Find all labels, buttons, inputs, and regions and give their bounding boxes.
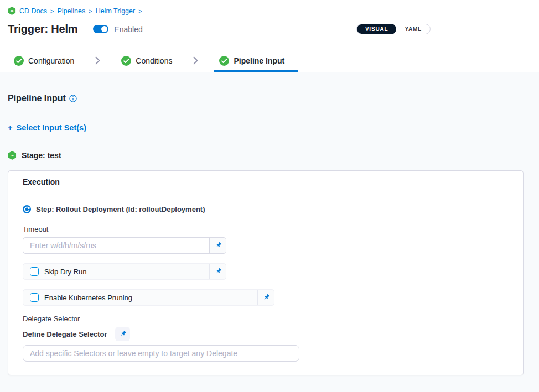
tab-label: Configuration [28, 56, 74, 65]
breadcrumb-item-pipelines[interactable]: Pipelines [57, 7, 85, 15]
timeout-field-group [23, 237, 226, 254]
delegate-selector-label: Delegate Selector [23, 315, 509, 323]
enable-kubernetes-pruning-row: Enable Kubernetes Pruning [23, 289, 274, 306]
plus-icon: + [8, 123, 12, 132]
info-icon[interactable] [69, 95, 77, 102]
toggle-knob [101, 26, 107, 32]
checkbox-label: Enable Kubernetes Pruning [44, 294, 257, 302]
rollout-step-icon [23, 205, 31, 213]
define-delegate-label: Define Delegate Selector [23, 330, 107, 338]
breadcrumb-separator: > [50, 8, 54, 14]
checkbox-label: Skip Dry Run [44, 268, 209, 276]
breadcrumb-separator: > [138, 8, 142, 14]
enabled-toggle-label: Enabled [114, 25, 142, 34]
svg-text:∞: ∞ [11, 153, 14, 158]
section-divider [8, 142, 531, 142]
enable-kubernetes-pruning-checkbox[interactable] [30, 293, 39, 302]
select-input-sets-label: Select Input Set(s) [16, 123, 86, 132]
define-delegate-row: Define Delegate Selector [23, 327, 509, 341]
visual-yaml-toggle: VISUAL YAML [356, 24, 431, 34]
cd-stage-icon: ∞ [8, 151, 17, 160]
tab-conditions[interactable]: Conditions [121, 49, 172, 72]
breadcrumb-item-cd-docs[interactable]: CD Docs [19, 7, 47, 15]
check-circle-icon [14, 56, 24, 66]
check-circle-icon [219, 56, 229, 66]
breadcrumb-separator: > [89, 8, 92, 14]
chevron-right-icon [193, 56, 198, 65]
svg-text:∞: ∞ [10, 8, 14, 13]
breadcrumb-item-helm-trigger[interactable]: Helm Trigger [96, 7, 136, 15]
cd-module-icon: ∞ [8, 7, 16, 15]
main-content: Pipeline Input + Select Input Set(s) ∞ S… [0, 93, 539, 375]
check-circle-icon [121, 56, 131, 66]
tab-label: Pipeline Input [234, 56, 284, 65]
skip-dry-run-checkbox[interactable] [30, 267, 39, 276]
section-title: Pipeline Input [8, 93, 66, 103]
pin-icon[interactable] [257, 290, 274, 305]
breadcrumb: ∞ CD Docs > Pipelines > Helm Trigger > [8, 7, 531, 15]
chevron-right-icon [95, 56, 100, 65]
page-header: ∞ CD Docs > Pipelines > Helm Trigger > T… [0, 0, 539, 49]
select-input-sets-button[interactable]: + Select Input Set(s) [8, 123, 86, 132]
timeout-input[interactable] [23, 238, 209, 253]
step-label: Step: Rollout Deployment (Id: rolloutDep… [36, 205, 205, 213]
pin-icon[interactable] [209, 238, 226, 253]
step-row: Step: Rollout Deployment (Id: rolloutDep… [23, 205, 509, 213]
page-title: Trigger: Helm [8, 23, 77, 35]
stage-label: Stage: test [22, 151, 61, 160]
pin-icon[interactable] [209, 264, 226, 279]
pin-icon[interactable] [115, 327, 130, 341]
timeout-label: Timeout [23, 225, 509, 233]
yaml-mode-button[interactable]: YAML [396, 24, 430, 34]
skip-dry-run-row: Skip Dry Run [23, 263, 226, 280]
stage-row: ∞ Stage: test [8, 151, 531, 160]
visual-mode-button[interactable]: VISUAL [357, 24, 396, 34]
title-row: Trigger: Helm Enabled VISUAL YAML [8, 23, 531, 35]
tab-configuration[interactable]: Configuration [14, 49, 74, 72]
enabled-toggle[interactable] [93, 25, 108, 33]
pipeline-input-heading: Pipeline Input [8, 93, 531, 103]
tab-pipeline-input[interactable]: Pipeline Input [219, 49, 284, 72]
execution-title: Execution [23, 177, 509, 186]
execution-card: Execution Step: Rollout Deployment (Id: … [8, 170, 524, 375]
wizard-tabs: Configuration Conditions Pipeline Input [0, 49, 539, 72]
delegate-selectors-input[interactable] [23, 345, 299, 362]
tab-label: Conditions [136, 56, 172, 65]
